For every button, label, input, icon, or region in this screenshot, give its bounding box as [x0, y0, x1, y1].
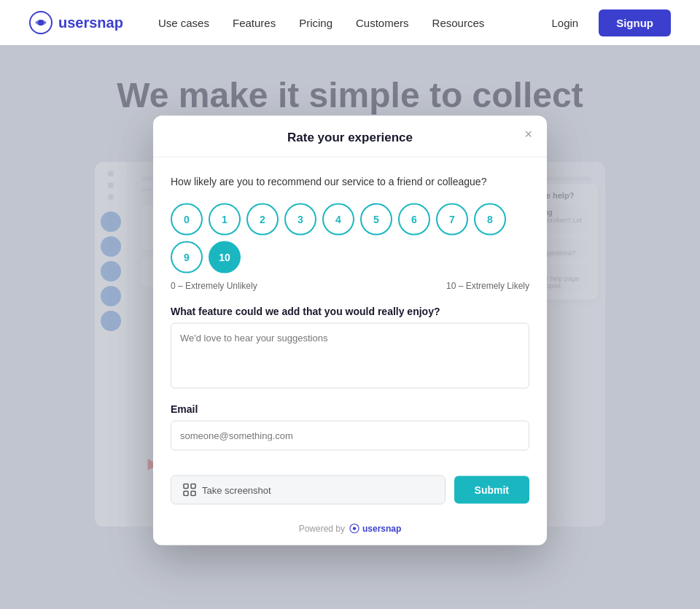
nps-btn-10[interactable]: 10 — [209, 241, 241, 274]
login-button[interactable]: Login — [542, 11, 587, 35]
powered-by-text: Powered by — [299, 524, 345, 534]
rate-experience-modal: Rate your experience × How likely are yo… — [153, 115, 547, 546]
powered-by-brand: usersnap — [349, 524, 401, 534]
svg-rect-3 — [191, 484, 195, 489]
powered-logo-icon — [349, 524, 359, 534]
nps-btn-4[interactable]: 4 — [322, 203, 354, 236]
logo-icon — [29, 11, 52, 34]
navbar: usersnap Use cases Features Pricing Cust… — [0, 0, 700, 45]
nps-btn-2[interactable]: 2 — [246, 203, 279, 236]
nps-btn-0[interactable]: 0 — [171, 203, 203, 236]
modal-footer: Take screenshot Submit — [153, 465, 547, 518]
nps-labels: 0 – Extremely Unlikely 10 – Extremely Li… — [171, 281, 529, 291]
modal-header: Rate your experience × — [153, 115, 547, 157]
nps-btn-5[interactable]: 5 — [360, 203, 392, 236]
signup-button[interactable]: Signup — [599, 9, 671, 36]
nps-btn-8[interactable]: 8 — [474, 203, 506, 236]
logo-text: usersnap — [58, 15, 123, 31]
nps-scale: 0 1 2 3 4 5 6 7 8 9 10 — [171, 203, 529, 274]
svg-point-7 — [353, 527, 356, 530]
nav-use-cases[interactable]: Use cases — [158, 17, 209, 29]
svg-rect-5 — [191, 492, 195, 496]
svg-rect-4 — [184, 492, 188, 496]
svg-point-1 — [38, 20, 44, 26]
nps-btn-7[interactable]: 7 — [436, 203, 468, 236]
modal-title: Rate your experience — [287, 130, 413, 144]
nav-customers[interactable]: Customers — [356, 17, 409, 29]
nav-pricing[interactable]: Pricing — [299, 17, 332, 29]
screenshot-button[interactable]: Take screenshot — [171, 476, 446, 505]
nps-label-high: 10 – Extremely Likely — [446, 281, 529, 291]
email-label: Email — [171, 403, 529, 415]
modal-body: How likely are you to recommend our serv… — [153, 157, 547, 465]
nps-label-low: 0 – Extremely Unlikely — [171, 281, 257, 291]
submit-button[interactable]: Submit — [454, 476, 529, 504]
screenshot-icon — [183, 484, 196, 497]
svg-rect-2 — [184, 484, 188, 489]
nps-btn-1[interactable]: 1 — [209, 203, 241, 236]
powered-by: Powered by usersnap — [153, 518, 547, 546]
nps-btn-3[interactable]: 3 — [284, 203, 316, 236]
nps-question: How likely are you to recommend our serv… — [171, 174, 529, 189]
feature-question-label: What feature could we add that you would… — [171, 306, 529, 317]
nav-resources[interactable]: Resources — [432, 17, 485, 29]
feature-textarea[interactable] — [171, 323, 529, 389]
logo[interactable]: usersnap — [29, 11, 123, 34]
email-section: Email — [171, 403, 529, 451]
nps-btn-6[interactable]: 6 — [398, 203, 430, 236]
nav-links: Use cases Features Pricing Customers Res… — [158, 17, 543, 29]
modal-close-button[interactable]: × — [524, 127, 532, 140]
nav-features[interactable]: Features — [233, 17, 276, 29]
email-input[interactable] — [171, 421, 529, 451]
nps-btn-9[interactable]: 9 — [171, 241, 203, 274]
nav-actions: Login Signup — [542, 9, 671, 36]
